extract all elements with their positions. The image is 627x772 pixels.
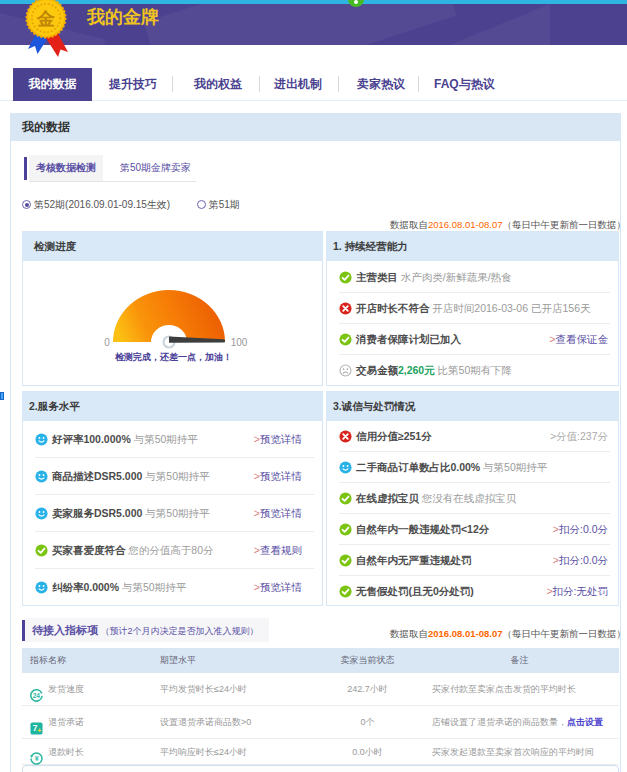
svg-text:+: + <box>37 727 41 734</box>
svg-text:¥: ¥ <box>35 755 39 762</box>
svg-text:24: 24 <box>33 692 41 699</box>
svg-text:金: 金 <box>36 9 55 29</box>
svg-text:0: 0 <box>104 337 110 348</box>
svg-text:100: 100 <box>231 337 248 348</box>
